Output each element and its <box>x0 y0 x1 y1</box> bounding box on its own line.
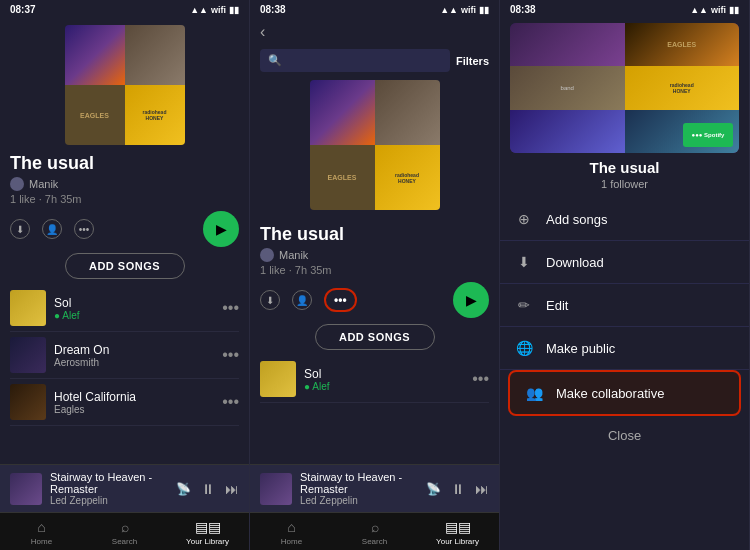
author-icon-1 <box>10 177 24 191</box>
add-songs-icon: ⊕ <box>514 209 534 229</box>
home-icon-2: ⌂ <box>287 519 295 535</box>
playlist-likes-2: 1 like · 7h 35m <box>260 264 489 276</box>
download-icon-2[interactable]: ⬇ <box>260 290 280 310</box>
close-button-3[interactable]: Close <box>500 416 749 455</box>
search-icon-1: ⌕ <box>121 519 129 535</box>
search-row-2: 🔍 Filters <box>250 45 499 76</box>
nav-home-label-2: Home <box>281 537 302 546</box>
pause-icon-2[interactable]: ⏸ <box>451 481 465 497</box>
song-item-dream[interactable]: Dream On Aerosmith ••• <box>10 332 239 379</box>
panel-3: 08:38 ▲▲ wifi ▮▮ EAGLES band radioheadHO… <box>500 0 750 550</box>
download-icon-3: ⬇ <box>514 252 534 272</box>
more-button-highlighted[interactable]: ••• <box>324 288 357 312</box>
nav-search-2[interactable]: ⌕ Search <box>333 519 416 546</box>
action-row-1: ⬇ 👤 ••• ▶ <box>10 211 239 247</box>
nav-library-2[interactable]: ▤▤ Your Library <box>416 519 499 546</box>
album-grid-2: EAGLES radioheadHONEY <box>310 80 440 210</box>
search-box-2[interactable]: 🔍 <box>260 49 450 72</box>
library-icon-1: ▤▤ <box>195 519 221 535</box>
play-button-2[interactable]: ▶ <box>453 282 489 318</box>
time-1: 08:37 <box>10 4 36 15</box>
three-dots-label: ••• <box>334 293 347 307</box>
nav-home-2[interactable]: ⌂ Home <box>250 519 333 546</box>
playlist-title-2: The usual <box>260 224 489 245</box>
album-grid-1: EAGLES radioheadHONEY <box>65 25 185 145</box>
nav-home-1[interactable]: ⌂ Home <box>0 519 83 546</box>
song-thumb-sol <box>10 290 46 326</box>
battery-icon-1: ▮▮ <box>229 5 239 15</box>
np-title-1: Stairway to Heaven - Remaster <box>50 471 168 495</box>
make-collaborative-label: Make collaborative <box>556 386 664 401</box>
song-item-sol[interactable]: Sol ● Alef ••• <box>10 285 239 332</box>
menu-add-songs[interactable]: ⊕ Add songs <box>500 198 749 241</box>
playlist-meta-1: Manik <box>10 177 239 191</box>
status-icons-1: ▲▲ wifi ▮▮ <box>190 5 239 15</box>
np-artist-1: Led Zeppelin <box>50 495 168 506</box>
signal-icon-2: ▲▲ <box>440 5 458 15</box>
add-songs-button-1[interactable]: ADD SONGS <box>65 253 185 279</box>
author-icon-2 <box>260 248 274 262</box>
filters-button-2[interactable]: Filters <box>456 55 489 67</box>
song-item-hotel[interactable]: Hotel California Eagles ••• <box>10 379 239 426</box>
edit-label: Edit <box>546 298 568 313</box>
status-icons-3: ▲▲ wifi ▮▮ <box>690 5 739 15</box>
playlist-likes-1: 1 like · 7h 35m <box>10 193 239 205</box>
nav-search-label-2: Search <box>362 537 387 546</box>
cast-icon-2[interactable]: 📡 <box>426 482 441 496</box>
battery-icon-2: ▮▮ <box>479 5 489 15</box>
p3-cell-3: band <box>510 66 625 109</box>
panel-2: 08:38 ▲▲ wifi ▮▮ ‹ 🔍 Filters EAGLES radi… <box>250 0 500 550</box>
album-cell-3: EAGLES <box>65 85 125 145</box>
add-songs-button-2[interactable]: ADD SONGS <box>315 324 435 350</box>
download-icon-1[interactable]: ⬇ <box>10 219 30 239</box>
back-button-2[interactable]: ‹ <box>260 23 265 41</box>
nav-search-label-1: Search <box>112 537 137 546</box>
song-more-sol-2[interactable]: ••• <box>472 370 489 388</box>
p2-header: ‹ <box>250 19 499 45</box>
p3-album-collage: EAGLES band radioheadHONEY ●●● Spotify <box>510 23 739 153</box>
user-icon-1[interactable]: 👤 <box>42 219 62 239</box>
song-more-hotel[interactable]: ••• <box>222 393 239 411</box>
nav-search-1[interactable]: ⌕ Search <box>83 519 166 546</box>
song-name-dream: Dream On <box>54 343 214 357</box>
song-artist-sol: ● Alef <box>54 310 214 321</box>
menu-make-collaborative[interactable]: 👥 Make collaborative <box>508 370 741 416</box>
public-icon: 🌐 <box>514 338 534 358</box>
more-icon-1[interactable]: ••• <box>74 219 94 239</box>
bottom-nav-1: ⌂ Home ⌕ Search ▤▤ Your Library <box>0 512 249 550</box>
next-icon-2[interactable]: ⏭ <box>475 481 489 497</box>
now-playing-1: Stairway to Heaven - Remaster Led Zeppel… <box>0 464 249 512</box>
song-more-dream[interactable]: ••• <box>222 346 239 364</box>
nav-library-1[interactable]: ▤▤ Your Library <box>166 519 249 546</box>
action-row-2: ⬇ 👤 ••• ▶ <box>260 282 489 318</box>
panel-1: 08:37 ▲▲ wifi ▮▮ EAGLES radioheadHONEY T… <box>0 0 250 550</box>
p3-cell-2: EAGLES <box>625 23 740 66</box>
search-icon-2: 🔍 <box>268 54 282 67</box>
menu-edit[interactable]: ✏ Edit <box>500 284 749 327</box>
next-icon-1[interactable]: ⏭ <box>225 481 239 497</box>
album-cell-2-3: EAGLES <box>310 145 375 210</box>
wifi-icon-1: wifi <box>211 5 226 15</box>
pause-icon-1[interactable]: ⏸ <box>201 481 215 497</box>
collaborative-icon: 👥 <box>524 383 544 403</box>
p3-cell-4: radioheadHONEY <box>625 66 740 109</box>
p2-playlist-info: The usual Manik 1 like · 7h 35m ⬇ 👤 ••• … <box>250 210 499 403</box>
panel1-content: EAGLES radioheadHONEY The usual Manik 1 … <box>0 19 249 464</box>
add-songs-label: Add songs <box>546 212 607 227</box>
song-artist-dream: Aerosmith <box>54 357 214 368</box>
menu-make-public[interactable]: 🌐 Make public <box>500 327 749 370</box>
np-controls-1: 📡 ⏸ ⏭ <box>176 481 239 497</box>
album-cell-2-2 <box>375 80 440 145</box>
search-icon-nav-2: ⌕ <box>371 519 379 535</box>
cast-icon-1[interactable]: 📡 <box>176 482 191 496</box>
play-button-1[interactable]: ▶ <box>203 211 239 247</box>
status-icons-2: ▲▲ wifi ▮▮ <box>440 5 489 15</box>
album-cell-2 <box>125 25 185 85</box>
song-name-hotel: Hotel California <box>54 390 214 404</box>
make-public-label: Make public <box>546 341 615 356</box>
song-more-sol[interactable]: ••• <box>222 299 239 317</box>
menu-download[interactable]: ⬇ Download <box>500 241 749 284</box>
user-icon-2[interactable]: 👤 <box>292 290 312 310</box>
song-item-sol-2[interactable]: Sol ● Alef ••• <box>260 356 489 403</box>
song-info-dream: Dream On Aerosmith <box>54 343 214 368</box>
